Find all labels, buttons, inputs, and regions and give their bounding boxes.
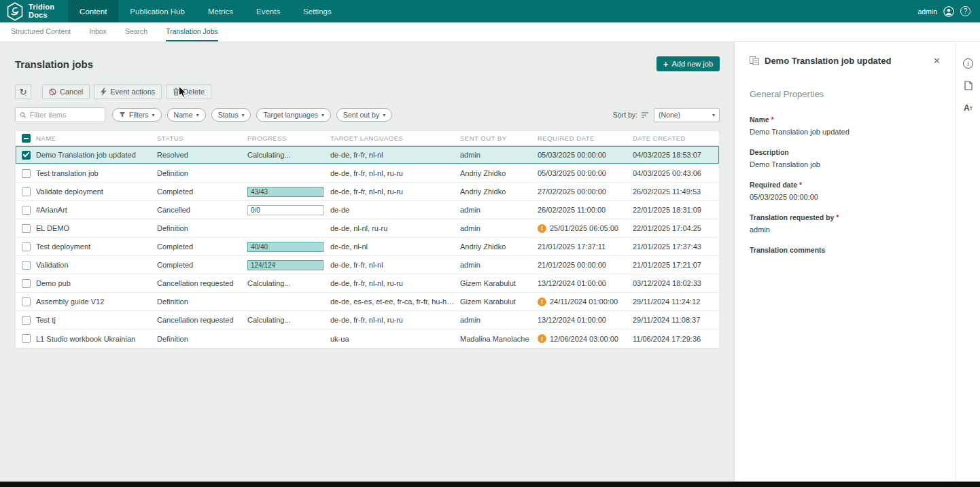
table-row[interactable]: Test translation jobDefinitionde-de, fr-…: [16, 164, 719, 183]
required-asterisk: *: [769, 115, 774, 124]
sort-select[interactable]: (None) ▾: [654, 108, 720, 122]
job-date-created: 29/11/2024 11:08:37: [633, 316, 719, 324]
table-row[interactable]: Test deploymentCompleted40/40de-de, nl-n…: [16, 238, 719, 256]
job-progress: 0/0: [247, 205, 330, 215]
nav-item-events[interactable]: Events: [245, 0, 292, 22]
column-header-sent-out-by[interactable]: SENT OUT BY: [460, 134, 538, 142]
table-row[interactable]: Demo pubCancellation requestedCalculatin…: [16, 274, 719, 293]
required-asterisk: *: [834, 213, 839, 221]
column-header-progress[interactable]: PROGRESS: [247, 134, 330, 142]
document-panel-icon[interactable]: [962, 79, 975, 92]
filters-button[interactable]: Filters ▾: [112, 108, 162, 122]
row-checkbox[interactable]: [22, 224, 31, 233]
app-logo[interactable]: Tridion Docs: [0, 0, 68, 22]
plus-icon: +: [663, 60, 669, 69]
cancel-icon: [49, 88, 56, 96]
required-asterisk: *: [797, 181, 802, 189]
right-tool-strip: i AT: [956, 42, 980, 482]
row-checkbox[interactable]: [22, 334, 31, 343]
job-target-languages: de-de, fr-fr, nl-nl, ru-ru: [330, 316, 460, 324]
job-progress: 43/43: [247, 187, 330, 197]
progress-bar: 43/43: [247, 187, 323, 197]
job-name: Validation: [36, 261, 157, 269]
table-row[interactable]: L1 Studio workbook UkrainianDefinitionuk…: [16, 329, 719, 348]
refresh-button[interactable]: ↻: [15, 84, 31, 99]
user-avatar-icon[interactable]: [943, 6, 954, 17]
subnav-item-search[interactable]: Search: [125, 22, 147, 41]
app-name: Tridion Docs: [29, 3, 54, 19]
job-required-date: 05/03/2025 00:00:00: [538, 169, 633, 177]
add-new-job-button[interactable]: + Add new job: [657, 56, 720, 71]
column-header-status[interactable]: STATUS: [157, 134, 247, 142]
text-settings-icon[interactable]: AT: [962, 102, 975, 114]
row-checkbox[interactable]: [22, 151, 31, 160]
filter-pill-label: Status: [218, 111, 239, 119]
filter-items-input[interactable]: [30, 111, 101, 119]
filter-pill-target-languages[interactable]: Target languages▾: [256, 108, 331, 122]
job-required-date: !24/11/2024 01:00:00: [538, 297, 633, 306]
table-row[interactable]: Test tjCancellation requestedCalculating…: [16, 311, 719, 329]
table-row[interactable]: EL DEMODefinitionde-de, nl-nl, ru-ruadmi…: [16, 219, 719, 238]
info-panel-icon[interactable]: i: [962, 57, 975, 69]
chevron-down-icon: ▾: [383, 112, 385, 118]
row-checkbox[interactable]: [22, 242, 31, 251]
row-checkbox[interactable]: [22, 316, 31, 325]
sort-by-label: Sort by:: [613, 111, 637, 119]
column-header-required-date[interactable]: REQUIRED DATE: [538, 134, 633, 142]
row-checkbox[interactable]: [22, 206, 31, 215]
job-name: L1 Studio workbook Ukrainian: [36, 335, 157, 343]
help-icon[interactable]: ?: [960, 6, 970, 16]
job-target-languages: uk-ua: [330, 335, 460, 343]
table-row[interactable]: ValidationCompleted124/124de-de, fr-fr, …: [16, 256, 719, 274]
column-header-date-created[interactable]: DATE CREATED: [633, 134, 719, 142]
details-panel: Demo Translation job updated ✕ General P…: [735, 42, 956, 482]
row-checkbox[interactable]: [22, 187, 31, 196]
job-required-date: 26/02/2025 11:00:00: [538, 206, 633, 214]
job-date-created: 29/11/2024 11:24:12: [633, 297, 719, 306]
delete-button[interactable]: Delete: [166, 84, 211, 99]
nav-item-settings[interactable]: Settings: [292, 0, 343, 22]
nav-item-content[interactable]: Content: [68, 0, 118, 22]
progress-label: 40/40: [251, 242, 268, 251]
nav-item-publication-hub[interactable]: Publication Hub: [118, 0, 196, 22]
select-all-checkbox[interactable]: [22, 134, 31, 143]
column-header-name[interactable]: NAME: [36, 134, 157, 142]
filter-pill-name[interactable]: Name▾: [167, 108, 206, 122]
filter-pill-status[interactable]: Status▾: [211, 108, 251, 122]
table-row[interactable]: #ArianArtCancelled0/0de-deadmin26/02/202…: [16, 201, 719, 219]
subnav-item-inbox[interactable]: Inbox: [89, 22, 107, 41]
cancel-job-button[interactable]: Cancel: [42, 84, 90, 99]
translation-job-icon: [750, 56, 759, 65]
sort-area: Sort by: (None) ▾: [613, 108, 720, 122]
property-field-translation-requested-by: Translation requested by *admin: [750, 213, 943, 234]
job-target-languages: de-de, fr-fr, nl-nl, ru-ru: [330, 279, 460, 287]
jobs-table: NAMESTATUSPROGRESSTARGET LANGUAGESSENT O…: [15, 130, 720, 348]
row-checkbox[interactable]: [22, 297, 31, 306]
filter-pill-label: Sent out by: [343, 111, 379, 119]
subnav-item-structured-content[interactable]: Structured Content: [11, 22, 71, 41]
event-actions-button[interactable]: Event actions: [94, 84, 162, 99]
warning-icon: !: [538, 297, 546, 306]
job-target-languages: de-de, fr-fr, nl-nl: [330, 151, 460, 159]
nav-item-metrics[interactable]: Metrics: [196, 0, 245, 22]
job-required-date: 21/01/2025 00:00:00: [538, 261, 633, 269]
job-required-date: 13/12/2024 01:00:00: [538, 279, 633, 287]
sort-icon[interactable]: [642, 111, 650, 119]
tridion-hexagon-icon: [6, 2, 24, 21]
row-checkbox[interactable]: [22, 169, 31, 178]
filter-pill-label: Target languages: [263, 111, 318, 119]
subnav-item-translation-jobs[interactable]: Translation Jobs: [166, 22, 218, 41]
row-checkbox[interactable]: [22, 279, 31, 288]
sort-value: (None): [659, 111, 680, 119]
job-sent-out-by: Gizem Karabulut: [460, 279, 538, 287]
close-icon[interactable]: ✕: [930, 54, 943, 67]
main-nav: ContentPublication HubMetricsEventsSetti…: [68, 0, 343, 22]
column-header-target-languages[interactable]: TARGET LANGUAGES: [330, 134, 460, 142]
filter-pill-sent-out-by[interactable]: Sent out by▾: [336, 108, 392, 122]
job-name: EL DEMO: [36, 224, 157, 232]
job-status: Definition: [157, 297, 247, 306]
table-row[interactable]: Demo Translation job updatedResolvedCalc…: [16, 146, 719, 164]
table-row[interactable]: Assembly guide V12Definitionde-de, es-es…: [16, 293, 719, 311]
row-checkbox[interactable]: [22, 261, 31, 270]
table-row[interactable]: Validate deploymentCompleted43/43de-de, …: [16, 183, 719, 201]
